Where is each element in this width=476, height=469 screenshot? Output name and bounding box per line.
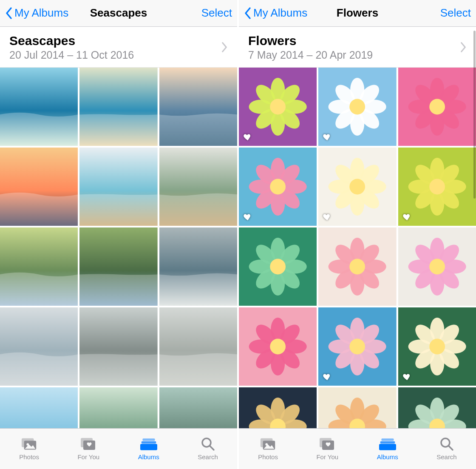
svg-point-34: [270, 99, 286, 115]
heart-icon: [323, 372, 332, 381]
select-button[interactable]: Select: [440, 6, 471, 20]
photo-thumbnail[interactable]: [398, 68, 476, 146]
albums-icon: [379, 435, 396, 452]
photo-thumbnail[interactable]: [398, 227, 476, 306]
tab-label: Albums: [377, 453, 398, 460]
svg-point-94: [270, 259, 286, 275]
photo-thumbnail[interactable]: [398, 387, 476, 428]
photo-thumbnail[interactable]: [239, 227, 317, 306]
tab-for-you[interactable]: For You: [316, 435, 338, 460]
photo-thumbnail[interactable]: [239, 68, 317, 146]
svg-rect-182: [379, 444, 396, 450]
photo-thumbnail[interactable]: [318, 68, 396, 146]
scroll-indicator[interactable]: [473, 31, 476, 199]
navbar: My Albums Seascapes Select: [0, 0, 237, 27]
tab-label: Albums: [138, 453, 159, 460]
svg-rect-180: [381, 438, 394, 441]
album-title: Seascapes: [9, 34, 134, 48]
tab-photos[interactable]: Photos: [19, 435, 39, 460]
photo-thumbnail[interactable]: [79, 68, 157, 146]
heart-icon: [243, 132, 252, 142]
photo-thumbnail[interactable]: [79, 387, 157, 428]
back-button[interactable]: My Albums: [5, 6, 68, 20]
photo-thumbnail[interactable]: [318, 387, 396, 428]
photo-thumbnail[interactable]: [239, 148, 317, 226]
album-date-range: 7 May 2014 – 20 Apr 2019: [248, 49, 373, 61]
photo-thumbnail[interactable]: [79, 227, 157, 306]
tab-bar: PhotosFor YouAlbumsSearch: [239, 428, 476, 469]
tab-label: Search: [198, 453, 218, 460]
album-date-range: 20 Jul 2014 – 11 Oct 2016: [9, 49, 134, 61]
photo-thumbnail[interactable]: [159, 227, 237, 306]
svg-point-124: [270, 339, 286, 355]
svg-point-74: [350, 179, 366, 195]
svg-point-54: [429, 99, 445, 115]
album-header[interactable]: Seascapes 20 Jul 2014 – 11 Oct 2016: [0, 27, 237, 68]
pane-seascapes: My Albums Seascapes Select Seascapes 20 …: [0, 0, 237, 469]
photo-grid: [0, 68, 237, 428]
photo-thumbnail[interactable]: [159, 68, 237, 146]
svg-rect-13: [79, 387, 157, 428]
album-header[interactable]: Flowers 7 May 2014 – 20 Apr 2019: [239, 27, 476, 68]
for-you-icon: [319, 435, 336, 452]
photo-thumbnail[interactable]: [239, 307, 317, 386]
tab-search[interactable]: Search: [198, 435, 218, 460]
tab-photos[interactable]: Photos: [258, 435, 278, 460]
heart-icon: [402, 372, 412, 381]
svg-line-24: [210, 446, 214, 450]
svg-rect-14: [159, 387, 237, 428]
albums-icon: [140, 435, 157, 452]
search-icon: [438, 435, 455, 452]
tab-albums[interactable]: Albums: [377, 435, 398, 460]
photo-thumbnail[interactable]: [0, 307, 78, 386]
pane-flowers: My Albums Flowers Select Flowers 7 May 2…: [239, 0, 476, 469]
photo-grid: [239, 68, 476, 428]
photo-thumbnail[interactable]: [0, 387, 78, 428]
back-label: My Albums: [253, 6, 307, 20]
photo-thumbnail[interactable]: [0, 68, 78, 146]
svg-point-44: [350, 99, 366, 115]
photo-thumbnail[interactable]: [159, 148, 237, 226]
svg-point-114: [429, 259, 445, 275]
back-label: My Albums: [14, 6, 68, 20]
svg-point-104: [350, 259, 366, 275]
photo-thumbnail[interactable]: [398, 148, 476, 226]
tab-label: Search: [436, 453, 457, 460]
tab-for-you[interactable]: For You: [77, 435, 99, 460]
photo-thumbnail[interactable]: [0, 148, 78, 226]
tab-label: For You: [316, 453, 338, 460]
heart-icon: [402, 212, 412, 222]
photo-thumbnail[interactable]: [159, 307, 237, 386]
svg-rect-22: [140, 444, 157, 450]
back-button[interactable]: My Albums: [244, 6, 307, 20]
svg-point-144: [429, 339, 445, 355]
chevron-left-icon: [244, 7, 252, 20]
photo-thumbnail[interactable]: [239, 387, 317, 428]
svg-point-64: [270, 179, 286, 195]
tab-label: For You: [77, 453, 99, 460]
photo-thumbnail[interactable]: [318, 307, 396, 386]
tab-label: Photos: [19, 453, 39, 460]
photo-thumbnail[interactable]: [318, 227, 396, 306]
heart-icon: [323, 212, 332, 222]
photo-thumbnail[interactable]: [0, 227, 78, 306]
tab-search[interactable]: Search: [436, 435, 457, 460]
svg-rect-12: [0, 387, 78, 428]
tab-albums[interactable]: Albums: [138, 435, 159, 460]
svg-rect-20: [142, 438, 155, 441]
select-button[interactable]: Select: [201, 6, 232, 20]
chevron-right-icon: [221, 42, 228, 53]
svg-rect-21: [141, 441, 156, 443]
svg-point-134: [350, 339, 366, 355]
photo-thumbnail[interactable]: [79, 148, 157, 226]
chevron-right-icon: [460, 42, 467, 53]
photo-thumbnail[interactable]: [79, 307, 157, 386]
chevron-left-icon: [5, 7, 13, 20]
photo-thumbnail[interactable]: [398, 307, 476, 386]
for-you-icon: [80, 435, 97, 452]
search-icon: [199, 435, 216, 452]
photo-thumbnail[interactable]: [159, 387, 237, 428]
album-title: Flowers: [248, 34, 373, 48]
svg-line-184: [449, 446, 453, 450]
photo-thumbnail[interactable]: [318, 148, 396, 226]
